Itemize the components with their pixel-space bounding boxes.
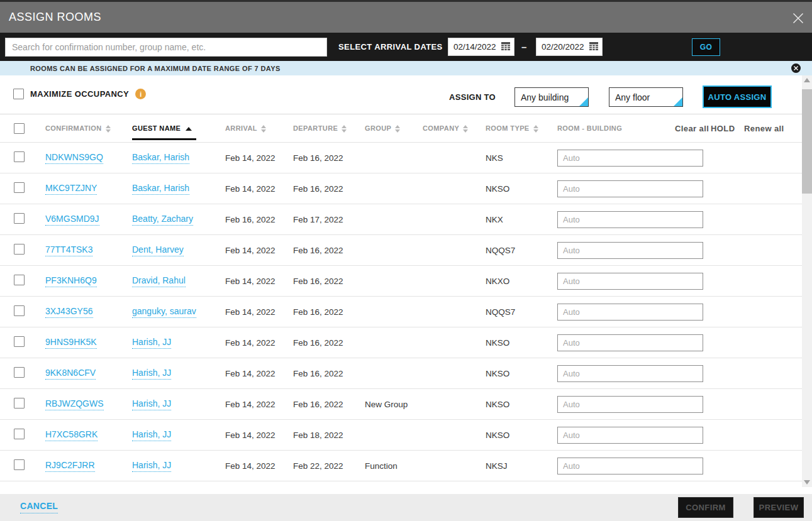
cancel-link[interactable]: CANCEL [20,501,58,513]
confirmation-link[interactable]: 9KK8N6CFV [45,368,96,380]
row-checkbox[interactable] [14,151,25,162]
row-checkbox[interactable] [14,398,25,409]
confirmation-cell: 9KK8N6CFV [45,368,132,380]
confirmation-link[interactable]: MKC9TZJNY [45,183,97,195]
room-type-cell: NKX [486,215,557,224]
guest-name-link[interactable]: Harish, JJ [132,429,171,441]
row-checkbox[interactable] [14,213,25,224]
row-checkbox[interactable] [14,244,25,255]
room-assignment-input[interactable] [557,150,703,167]
table-row: H7XC58GRK Harish, JJ Feb 14, 2022 Feb 18… [0,419,802,450]
guest-name-link[interactable]: Baskar, Harish [132,183,189,195]
row-checkbox[interactable] [14,182,25,193]
dialog-footer: CANCEL CONFIRM PREVIEW [0,494,812,521]
room-assignment-input[interactable] [557,427,703,444]
room-building-cell [557,150,715,167]
room-assignment-input[interactable] [557,242,703,259]
search-bar: SELECT ARRIVAL DATES 02/14/2022 – 02/20/… [0,33,812,61]
room-assignment-input[interactable] [557,458,703,474]
confirmation-link[interactable]: 9HNS9HK5K [45,337,97,349]
arrival-date-to-value: 02/20/2022 [542,42,584,52]
go-button[interactable]: GO [692,38,720,56]
arrival-date-to-field[interactable]: 02/20/2022 [536,38,603,56]
row-checkbox[interactable] [14,275,25,285]
row-checkbox-cell [0,305,45,318]
arrival-cell: Feb 14, 2022 [225,431,293,440]
guest-name-link[interactable]: Baskar, Harish [132,152,189,164]
arrival-date-from-field[interactable]: 02/14/2022 [448,38,514,56]
floor-select-value: Any floor [615,92,650,102]
row-checkbox[interactable] [14,459,25,470]
confirmation-link[interactable]: H7XC58GRK [45,429,97,441]
guest-name-link[interactable]: Harish, JJ [132,337,171,349]
guest-name-link[interactable]: Dent, Harvey [132,244,184,256]
row-checkbox-cell [0,336,45,349]
vertical-scrollbar[interactable] [802,75,812,487]
departure-cell: Feb 16, 2022 [293,307,365,317]
confirmation-cell: H7XC58GRK [45,429,132,441]
confirmation-link[interactable]: V6MGSMD9J [45,214,99,226]
confirmation-cell: 3XJ43GY56 [45,306,132,318]
room-assignment-input[interactable] [557,304,703,321]
room-assignment-input[interactable] [557,211,703,228]
room-building-cell [557,180,715,197]
maximize-occupancy-checkbox[interactable] [13,89,24,99]
table-row: 3XJ43GY56 ganguky, saurav Feb 14, 2022 F… [0,296,802,327]
scrollbar-thumb[interactable] [802,89,812,194]
room-assignment-input[interactable] [557,334,703,351]
table-body: NDKWNS9GQ Baskar, Harish Feb 14, 2022 Fe… [0,142,802,488]
guest-name-link[interactable]: ganguky, saurav [132,306,196,318]
guest-name-link[interactable]: Harish, JJ [132,368,171,380]
room-assignment-input[interactable] [557,365,703,382]
room-assignment-input[interactable] [557,273,703,290]
room-building-cell [557,211,715,228]
banner-close-icon[interactable] [791,63,801,73]
row-checkbox[interactable] [14,305,25,316]
search-input[interactable] [5,38,327,57]
arrival-cell: Feb 14, 2022 [225,369,293,378]
room-building-cell [557,365,715,382]
confirmation-link[interactable]: RJ9C2FJRR [45,460,95,472]
room-type-cell: NKSJ [486,461,557,471]
dialog-close-icon[interactable] [791,11,806,26]
guest-name-link[interactable]: Beatty, Zachary [132,214,193,226]
arrival-cell: Feb 14, 2022 [225,400,293,409]
guest-name-cell: Harish, JJ [132,368,225,380]
departure-cell: Feb 16, 2022 [293,338,365,348]
room-assignment-input[interactable] [557,180,703,197]
confirmation-link[interactable]: PF3KNH6Q9 [45,275,97,287]
confirmation-link[interactable]: RBJWZQGWS [45,398,104,410]
guest-name-link[interactable]: Harish, JJ [132,460,171,472]
group-cell: Function [365,461,423,471]
row-checkbox[interactable] [14,367,25,378]
guest-name-link[interactable]: Dravid, Rahul [132,275,186,287]
floor-select[interactable]: Any floor [609,87,683,107]
auto-assign-button[interactable]: AUTO ASSIGN [703,85,772,108]
confirmation-cell: NDKWNS9GQ [45,152,132,164]
table-row: V6MGSMD9J Beatty, Zachary Feb 16, 2022 F… [0,204,802,234]
confirm-button[interactable]: CONFIRM [678,497,733,518]
room-assignment-input[interactable] [557,396,703,413]
renew-all-link[interactable]: Renew all [744,114,784,143]
preview-button[interactable]: PREVIEW [754,497,804,518]
maximize-occupancy-control: MAXIMIZE OCCUPANCY i [13,89,146,99]
clear-all-link[interactable]: Clear all [675,114,709,143]
calendar-icon[interactable] [589,41,599,53]
info-icon[interactable]: i [135,89,146,99]
building-select[interactable]: Any building [514,87,589,107]
departure-cell: Feb 16, 2022 [293,246,365,255]
confirmation-link[interactable]: NDKWNS9GQ [45,152,103,164]
row-checkbox[interactable] [14,336,25,347]
row-checkbox-cell [0,182,45,195]
confirmation-link[interactable]: 3XJ43GY56 [45,306,93,318]
select-arrival-dates-label: SELECT ARRIVAL DATES [338,33,443,61]
table-row: NDKWNS9GQ Baskar, Harish Feb 14, 2022 Fe… [0,142,802,173]
row-checkbox[interactable] [14,429,25,439]
group-cell: New Group [365,400,423,409]
confirmation-link[interactable]: 77TT4TSK3 [45,244,92,256]
calendar-icon[interactable] [501,41,511,53]
arrival-cell: Feb 14, 2022 [225,338,293,348]
scroll-down-icon[interactable] [804,480,810,485]
guest-name-link[interactable]: Harish, JJ [132,398,171,410]
scroll-up-icon[interactable] [804,78,810,82]
